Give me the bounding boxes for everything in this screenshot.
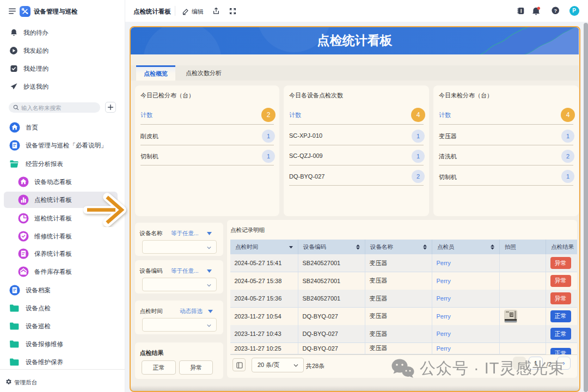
svg-text:?: ?	[554, 8, 557, 14]
